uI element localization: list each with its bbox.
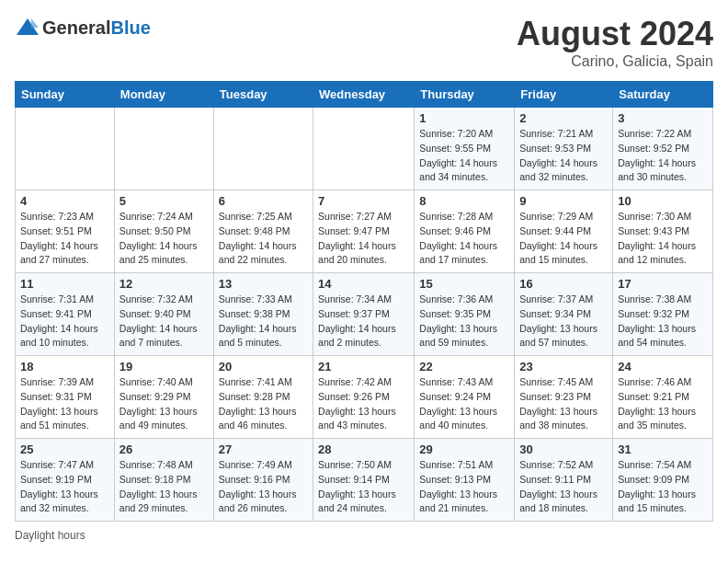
day-info: Sunrise: 7:52 AM Sunset: 9:11 PM Dayligh… xyxy=(519,458,608,516)
day-info: Sunrise: 7:47 AM Sunset: 9:19 PM Dayligh… xyxy=(20,458,109,516)
calendar-week-0: 1Sunrise: 7:20 AM Sunset: 9:55 PM Daylig… xyxy=(16,108,713,190)
day-number: 19 xyxy=(119,360,209,373)
calendar-week-4: 25Sunrise: 7:47 AM Sunset: 9:19 PM Dayli… xyxy=(16,439,713,522)
day-number: 17 xyxy=(618,277,708,291)
calendar-cell: 12Sunrise: 7:32 AM Sunset: 9:40 PM Dayli… xyxy=(114,273,213,356)
col-header-friday: Friday xyxy=(515,82,613,108)
day-number: 8 xyxy=(419,194,509,208)
calendar-week-3: 18Sunrise: 7:39 AM Sunset: 9:31 PM Dayli… xyxy=(16,356,713,439)
calendar-cell: 21Sunrise: 7:42 AM Sunset: 9:26 PM Dayli… xyxy=(313,356,415,439)
day-info: Sunrise: 7:30 AM Sunset: 9:43 PM Dayligh… xyxy=(618,210,708,268)
day-info: Sunrise: 7:39 AM Sunset: 9:31 PM Dayligh… xyxy=(20,375,109,433)
calendar-cell: 13Sunrise: 7:33 AM Sunset: 9:38 PM Dayli… xyxy=(213,273,313,356)
col-header-wednesday: Wednesday xyxy=(313,82,415,108)
day-number: 2 xyxy=(519,111,608,125)
logo-blue: Blue xyxy=(110,17,150,38)
day-number: 20 xyxy=(219,360,308,373)
footer-note: Daylight hours xyxy=(15,529,713,542)
calendar-cell xyxy=(16,108,115,190)
day-info: Sunrise: 7:31 AM Sunset: 9:41 PM Dayligh… xyxy=(20,293,109,350)
col-header-monday: Monday xyxy=(114,82,213,108)
day-number: 10 xyxy=(618,194,708,208)
day-number: 11 xyxy=(20,277,109,291)
day-info: Sunrise: 7:36 AM Sunset: 9:35 PM Dayligh… xyxy=(419,293,509,350)
day-number: 26 xyxy=(119,442,209,456)
calendar-cell: 24Sunrise: 7:46 AM Sunset: 9:21 PM Dayli… xyxy=(613,356,713,439)
day-info: Sunrise: 7:29 AM Sunset: 9:44 PM Dayligh… xyxy=(519,210,608,268)
day-info: Sunrise: 7:38 AM Sunset: 9:32 PM Dayligh… xyxy=(618,293,708,350)
day-info: Sunrise: 7:50 AM Sunset: 9:14 PM Dayligh… xyxy=(318,458,409,516)
col-header-thursday: Thursday xyxy=(415,82,515,108)
day-number: 12 xyxy=(119,277,209,291)
calendar-cell: 14Sunrise: 7:34 AM Sunset: 9:37 PM Dayli… xyxy=(313,273,415,356)
calendar-cell: 4Sunrise: 7:23 AM Sunset: 9:51 PM Daylig… xyxy=(16,190,115,273)
day-number: 30 xyxy=(519,442,608,456)
calendar-cell: 17Sunrise: 7:38 AM Sunset: 9:32 PM Dayli… xyxy=(613,273,713,356)
day-info: Sunrise: 7:45 AM Sunset: 9:23 PM Dayligh… xyxy=(519,375,608,433)
day-info: Sunrise: 7:40 AM Sunset: 9:29 PM Dayligh… xyxy=(119,375,209,433)
calendar-cell: 10Sunrise: 7:30 AM Sunset: 9:43 PM Dayli… xyxy=(613,190,713,273)
day-info: Sunrise: 7:25 AM Sunset: 9:48 PM Dayligh… xyxy=(219,210,308,268)
calendar-week-2: 11Sunrise: 7:31 AM Sunset: 9:41 PM Dayli… xyxy=(16,273,713,356)
logo-icon xyxy=(15,15,40,40)
calendar-cell: 9Sunrise: 7:29 AM Sunset: 9:44 PM Daylig… xyxy=(515,190,613,273)
calendar-cell: 26Sunrise: 7:48 AM Sunset: 9:18 PM Dayli… xyxy=(114,439,213,522)
calendar-cell xyxy=(313,108,415,190)
calendar-cell: 19Sunrise: 7:40 AM Sunset: 9:29 PM Dayli… xyxy=(114,356,213,439)
day-number: 9 xyxy=(519,194,608,208)
day-number: 28 xyxy=(318,442,409,456)
day-number: 4 xyxy=(20,194,109,208)
day-number: 22 xyxy=(419,360,509,373)
day-number: 25 xyxy=(20,442,109,456)
calendar-cell: 30Sunrise: 7:52 AM Sunset: 9:11 PM Dayli… xyxy=(515,439,613,522)
day-number: 1 xyxy=(419,111,509,125)
day-info: Sunrise: 7:24 AM Sunset: 9:50 PM Dayligh… xyxy=(119,210,209,268)
calendar-cell: 27Sunrise: 7:49 AM Sunset: 9:16 PM Dayli… xyxy=(213,439,313,522)
day-info: Sunrise: 7:49 AM Sunset: 9:16 PM Dayligh… xyxy=(219,458,308,516)
calendar-cell: 3Sunrise: 7:22 AM Sunset: 9:52 PM Daylig… xyxy=(613,108,713,190)
day-info: Sunrise: 7:22 AM Sunset: 9:52 PM Dayligh… xyxy=(618,127,708,185)
col-header-sunday: Sunday xyxy=(16,82,115,108)
logo-general: General xyxy=(42,17,110,38)
calendar-cell: 15Sunrise: 7:36 AM Sunset: 9:35 PM Dayli… xyxy=(415,273,515,356)
day-info: Sunrise: 7:34 AM Sunset: 9:37 PM Dayligh… xyxy=(318,293,409,350)
day-info: Sunrise: 7:46 AM Sunset: 9:21 PM Dayligh… xyxy=(618,375,708,433)
calendar-cell: 29Sunrise: 7:51 AM Sunset: 9:13 PM Dayli… xyxy=(415,439,515,522)
month-title: August 2024 xyxy=(517,15,713,53)
logo: GeneralBlue xyxy=(15,15,151,40)
calendar-week-1: 4Sunrise: 7:23 AM Sunset: 9:51 PM Daylig… xyxy=(16,190,713,273)
day-number: 16 xyxy=(519,277,608,291)
calendar-cell: 5Sunrise: 7:24 AM Sunset: 9:50 PM Daylig… xyxy=(114,190,213,273)
calendar-header-row: SundayMondayTuesdayWednesdayThursdayFrid… xyxy=(16,82,713,108)
calendar-cell: 31Sunrise: 7:54 AM Sunset: 9:09 PM Dayli… xyxy=(613,439,713,522)
day-number: 5 xyxy=(119,194,209,208)
day-number: 6 xyxy=(219,194,308,208)
calendar-cell: 23Sunrise: 7:45 AM Sunset: 9:23 PM Dayli… xyxy=(515,356,613,439)
calendar-cell: 6Sunrise: 7:25 AM Sunset: 9:48 PM Daylig… xyxy=(213,190,313,273)
calendar-cell: 28Sunrise: 7:50 AM Sunset: 9:14 PM Dayli… xyxy=(313,439,415,522)
day-info: Sunrise: 7:23 AM Sunset: 9:51 PM Dayligh… xyxy=(20,210,109,268)
page-header: GeneralBlue August 2024 Carino, Galicia,… xyxy=(15,15,713,70)
day-number: 24 xyxy=(618,360,708,373)
calendar-cell: 16Sunrise: 7:37 AM Sunset: 9:34 PM Dayli… xyxy=(515,273,613,356)
day-number: 27 xyxy=(219,442,308,456)
calendar-cell: 7Sunrise: 7:27 AM Sunset: 9:47 PM Daylig… xyxy=(313,190,415,273)
col-header-saturday: Saturday xyxy=(613,82,713,108)
calendar-table: SundayMondayTuesdayWednesdayThursdayFrid… xyxy=(15,81,713,522)
day-info: Sunrise: 7:41 AM Sunset: 9:28 PM Dayligh… xyxy=(219,375,308,433)
title-area: August 2024 Carino, Galicia, Spain xyxy=(517,15,713,70)
day-number: 31 xyxy=(618,442,708,456)
calendar-cell: 22Sunrise: 7:43 AM Sunset: 9:24 PM Dayli… xyxy=(415,356,515,439)
day-info: Sunrise: 7:33 AM Sunset: 9:38 PM Dayligh… xyxy=(219,293,308,350)
day-info: Sunrise: 7:27 AM Sunset: 9:47 PM Dayligh… xyxy=(318,210,409,268)
day-number: 3 xyxy=(618,111,708,125)
day-number: 15 xyxy=(419,277,509,291)
calendar-cell: 18Sunrise: 7:39 AM Sunset: 9:31 PM Dayli… xyxy=(16,356,115,439)
day-number: 13 xyxy=(219,277,308,291)
day-number: 14 xyxy=(318,277,409,291)
svg-marker-1 xyxy=(31,18,39,28)
day-info: Sunrise: 7:21 AM Sunset: 9:53 PM Dayligh… xyxy=(519,127,608,185)
calendar-cell: 20Sunrise: 7:41 AM Sunset: 9:28 PM Dayli… xyxy=(213,356,313,439)
day-info: Sunrise: 7:28 AM Sunset: 9:46 PM Dayligh… xyxy=(419,210,509,268)
day-info: Sunrise: 7:54 AM Sunset: 9:09 PM Dayligh… xyxy=(618,458,708,516)
